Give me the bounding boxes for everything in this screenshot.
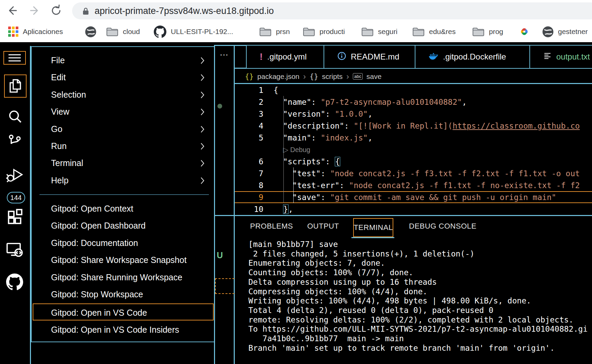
url-text: apricot-primate-7pssv84w.ws-eu18.gitpod.… <box>95 6 274 16</box>
bookmark-globe[interactable] <box>85 21 96 42</box>
panel-top-border <box>214 215 592 216</box>
google-photos-icon <box>519 26 530 37</box>
globe-icon <box>85 26 96 37</box>
tab-label: .gitpod.yml <box>267 52 307 62</box>
screen: apricot-primate-7pssv84w.ws-eu18.gitpod.… <box>0 0 592 364</box>
tab-output-txt[interactable]: output.txt <box>529 46 592 68</box>
menu-item-terminal[interactable]: Terminal <box>32 157 214 169</box>
menu-item-view[interactable]: View <box>32 106 214 117</box>
code-line[interactable]: 4 "description": "[![Work in Repl.it](ht… <box>235 120 592 132</box>
code-line[interactable]: 6 "scripts": { <box>235 155 592 167</box>
bookmark-prog[interactable]: prog <box>472 21 503 42</box>
terminal-output[interactable]: [main 9b1bb77] save 2 files changed, 5 i… <box>248 240 592 362</box>
activity-github[interactable] <box>6 274 23 291</box>
bookmark-producti[interactable]: producti <box>303 21 345 42</box>
run-debug-icon <box>6 167 24 183</box>
panel-tab-problems[interactable]: PROBLEMS <box>250 220 293 232</box>
menu-item-run[interactable]: Run <box>32 140 214 152</box>
codelens-debug[interactable]: ▷ Debug <box>235 144 592 155</box>
menu-item-gitpod-documentation[interactable]: Gitpod: Documentation <box>32 237 214 249</box>
url-bar[interactable]: apricot-primate-7pssv84w.ws-eu18.gitpod.… <box>72 2 592 19</box>
breadcrumb-item[interactable]: save <box>366 72 381 81</box>
menu-item-gitpod-open-context[interactable]: Gitpod: Open Context <box>32 203 214 214</box>
breadcrumb-section[interactable]: scripts <box>322 72 343 81</box>
folder-icon <box>472 27 484 37</box>
activity-extensions[interactable] <box>6 208 24 226</box>
menu-item-selection[interactable]: Selection <box>32 89 214 100</box>
editor-code-area[interactable]: 1 { 2 "name": "p7-t2-asyncmap-alu0101040… <box>235 84 592 215</box>
code-line[interactable]: 8 "test-err": "node concat2.js -f f1.txt… <box>235 179 592 191</box>
bookmark-gestetner[interactable]: gestetner <box>542 21 588 42</box>
terminal-line: Total 4 (delta 2), reused 0 (delta 0), p… <box>248 306 592 315</box>
git-untracked-badge: U <box>217 250 223 260</box>
info-icon <box>337 51 346 63</box>
bookmark-photos[interactable] <box>519 21 530 42</box>
activity-run-debug[interactable] <box>6 167 24 184</box>
github-icon <box>154 26 166 38</box>
object-braces-icon: {} <box>310 72 318 81</box>
code-line[interactable]: 3 "version": "1.0.0", <box>235 108 592 120</box>
terminal-line: To https://github.com/ULL-MII-SYTWS-2021… <box>248 325 592 334</box>
remote-explorer-icon <box>6 242 23 258</box>
activity-explorer[interactable] <box>4 75 27 98</box>
submenu-chevron-icon <box>199 56 206 65</box>
code-line-current[interactable]: 9 "save": "git commit -am save && git pu… <box>235 191 592 203</box>
tab-overflow-ellipsis[interactable]: ⋯ <box>215 50 234 60</box>
folder-icon <box>361 27 374 37</box>
menu-item-gitpod-stop-workspace[interactable]: Gitpod: Stop Workspace <box>32 288 214 300</box>
docker-whale-icon <box>428 52 439 62</box>
menu-item-gitpod-share-running[interactable]: Gitpod: Share Running Workspace <box>32 271 214 283</box>
terminal-line: remote: Resolving deltas: 100% (2/2), co… <box>248 315 592 325</box>
submenu-chevron-icon <box>199 125 206 134</box>
terminal-line: Branch 'main' set up to track remote bra… <box>248 344 592 353</box>
tab-gitpod-dockerfile[interactable]: .gitpod.Dockerfile <box>415 46 529 68</box>
menu-item-file[interactable]: File <box>32 54 214 66</box>
menu-button[interactable] <box>3 51 26 65</box>
panel-tab-debug-console[interactable]: DEBUG CONSOLE <box>409 220 476 232</box>
menu-separator <box>39 194 209 195</box>
browser-navbar: apricot-primate-7pssv84w.ws-eu18.gitpod.… <box>0 0 592 21</box>
bookmark-seguri[interactable]: seguri <box>361 21 397 42</box>
back-button[interactable] <box>6 4 19 17</box>
terminal-line: 2 files changed, 5 insertions(+), 1 dele… <box>248 249 592 259</box>
submenu-chevron-icon <box>199 142 206 151</box>
code-line[interactable]: 2 "name": "p7-t2-asyncmap-alu0101040882"… <box>235 96 592 108</box>
folder-icon <box>259 27 272 37</box>
activity-search[interactable] <box>7 109 22 124</box>
submenu-chevron-icon <box>199 159 206 168</box>
code-line[interactable]: 10 }, <box>235 203 592 215</box>
globe-icon <box>542 26 554 37</box>
reload-icon <box>50 4 63 17</box>
terminal-line: 7a41b0c..9b1bb77 main -> main <box>248 334 592 344</box>
code-line[interactable]: 5 "main": "index.js", <box>235 132 592 144</box>
terminal-line: Delta compression using up to 16 threads <box>248 278 592 287</box>
panel-tab-output[interactable]: OUTPUT <box>307 220 339 232</box>
tab-readme-md[interactable]: README.md <box>324 46 415 68</box>
yaml-warning-icon: ! <box>260 51 263 62</box>
activity-remote-explorer[interactable] <box>6 241 23 259</box>
bookmark-github[interactable]: ULL-ESIT-PL-192... <box>154 21 233 42</box>
panel-tab-terminal[interactable]: TERMINAL <box>353 218 393 237</box>
source-control-icon <box>7 134 22 151</box>
code-line[interactable]: 1 { <box>235 84 592 96</box>
forward-button[interactable] <box>28 4 41 17</box>
bookmark-prsn[interactable]: prsn <box>259 21 290 42</box>
reload-button[interactable] <box>50 4 63 17</box>
menu-item-gitpod-share-snapshot[interactable]: Gitpod: Share Workspace Snapshot <box>32 254 214 266</box>
menu-item-gitpod-open-vscode-insiders[interactable]: Gitpod: Open in VS Code Insiders <box>32 324 214 335</box>
menu-item-gitpod-open-dashboard[interactable]: Gitpod: Open Dashboard <box>32 220 214 231</box>
code-line[interactable]: 7 "test": "node concat2.js -f f3.txt -f … <box>235 167 592 179</box>
submenu-chevron-icon <box>199 107 206 116</box>
bookmark-edures[interactable]: edu&res <box>412 21 456 42</box>
menu-item-edit[interactable]: Edit <box>32 71 214 83</box>
explorer-icon <box>7 78 23 94</box>
menu-item-go[interactable]: Go <box>32 123 214 135</box>
bookmark-apps[interactable]: Aplicaciones <box>8 21 63 42</box>
activity-source-control[interactable] <box>7 134 22 151</box>
tab-gitpod-yml[interactable]: ! .gitpod.yml <box>246 46 324 68</box>
breadcrumb-file[interactable]: package.json <box>257 72 299 81</box>
active-panel-tab-indicator <box>351 237 394 238</box>
bookmark-cloud[interactable]: cloud <box>106 21 140 42</box>
extensions-icon <box>6 209 23 226</box>
menu-item-help[interactable]: Help <box>32 175 214 186</box>
